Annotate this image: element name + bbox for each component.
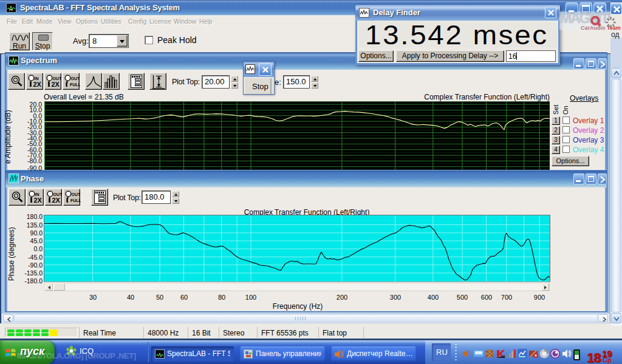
svg-text:2X: 2X <box>52 81 60 88</box>
svg-text:OUT: OUT <box>53 76 62 81</box>
svg-text:OUT: OUT <box>72 192 81 197</box>
svg-text:2X: 2X <box>34 197 43 204</box>
svg-text:IN: IN <box>35 76 39 81</box>
svg-text:OUT: OUT <box>71 76 80 81</box>
svg-text:OUT: OUT <box>53 192 63 197</box>
svg-text:2X: 2X <box>33 81 42 88</box>
svg-text:2X: 2X <box>52 197 61 204</box>
svg-text:IN: IN <box>35 192 39 197</box>
svg-text:FULL: FULL <box>70 198 81 203</box>
svg-text:FULL: FULL <box>70 83 80 87</box>
